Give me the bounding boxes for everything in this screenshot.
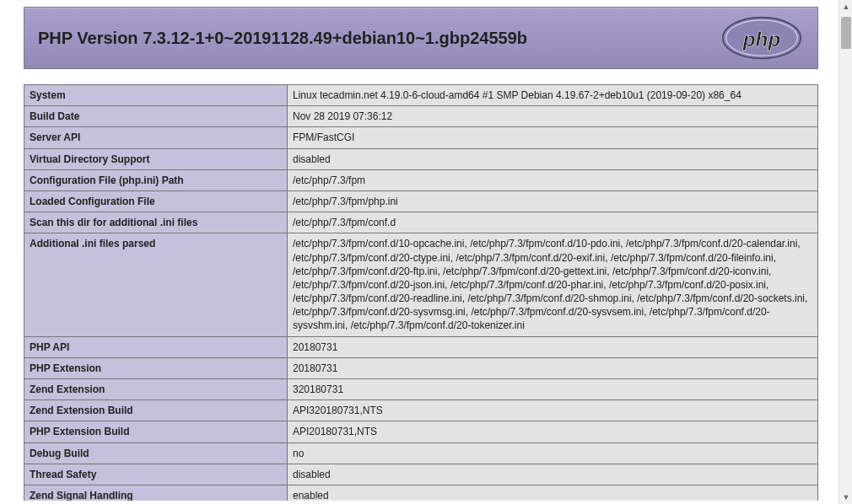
table-row: Thread Safetydisabled (24, 464, 818, 485)
table-row: Zend Signal Handlingenabled (24, 485, 818, 501)
table-row: PHP API20180731 (24, 336, 818, 357)
row-value: /etc/php/7.3/fpm/conf.d/10-opcache.ini, … (288, 233, 818, 336)
row-value: API320180731,NTS (288, 400, 818, 421)
browser-scrollbar[interactable]: ▲ ▼ (839, 0, 852, 504)
page-title: PHP Version 7.3.12-1+0~20191128.49+debia… (38, 29, 527, 48)
row-value: no (288, 442, 818, 464)
row-label: PHP Extension (24, 357, 288, 378)
row-value: FPM/FastCGI (288, 127, 818, 148)
row-value: disabled (288, 464, 818, 485)
row-label: Debug Build (24, 442, 288, 464)
scroll-down-icon[interactable]: ▼ (839, 491, 852, 504)
row-value: Linux tecadmin.net 4.19.0-6-cloud-amd64 … (288, 85, 818, 106)
row-value: disabled (288, 148, 818, 169)
content-wrap: PHP Version 7.3.12-1+0~20191128.49+debia… (3, 3, 839, 501)
row-value: /etc/php/7.3/fpm/conf.d (288, 212, 818, 233)
row-label: Server API (24, 127, 288, 148)
row-label: Virtual Directory Support (24, 148, 288, 169)
table-row: Loaded Configuration File/etc/php/7.3/fp… (24, 190, 818, 212)
row-value: Nov 28 2019 07:36:12 (288, 106, 818, 127)
row-label: Configuration File (php.ini) Path (24, 169, 288, 190)
row-value: 320180731 (288, 379, 818, 400)
phpinfo-header: PHP Version 7.3.12-1+0~20191128.49+debia… (24, 7, 818, 69)
row-label: System (24, 85, 288, 106)
table-row: Server APIFPM/FastCGI (24, 127, 818, 148)
row-label: Zend Signal Handling (24, 485, 288, 501)
row-label: PHP API (24, 336, 288, 357)
scrollbar-thumb[interactable] (841, 17, 851, 49)
table-row: Virtual Directory Supportdisabled (24, 148, 818, 169)
table-row: Debug Buildno (24, 442, 818, 464)
phpinfo-table-body: SystemLinux tecadmin.net 4.19.0-6-cloud-… (24, 85, 818, 501)
scroll-up-icon[interactable]: ▲ (839, 0, 852, 13)
row-value: /etc/php/7.3/fpm (288, 169, 818, 190)
table-row: PHP Extension BuildAPI20180731,NTS (24, 421, 818, 442)
row-value: 20180731 (288, 336, 818, 357)
row-label: Thread Safety (24, 464, 288, 485)
table-row: Scan this dir for additional .ini files/… (24, 212, 818, 233)
table-row: Configuration File (php.ini) Path/etc/ph… (24, 169, 818, 190)
row-value: enabled (288, 485, 818, 501)
row-label: Zend Extension (24, 379, 288, 400)
table-row: Build DateNov 28 2019 07:36:12 (24, 106, 818, 127)
table-row: Zend Extension BuildAPI320180731,NTS (24, 400, 818, 421)
svg-text:php: php (742, 28, 781, 51)
table-row: PHP Extension20180731 (24, 357, 818, 378)
row-value: 20180731 (288, 357, 818, 378)
row-label: PHP Extension Build (24, 421, 288, 442)
phpinfo-table: SystemLinux tecadmin.net 4.19.0-6-cloud-… (24, 84, 818, 501)
content-scroll-area[interactable]: PHP Version 7.3.12-1+0~20191128.49+debia… (3, 3, 839, 501)
table-row: Zend Extension320180731 (24, 379, 818, 400)
row-label: Scan this dir for additional .ini files (24, 212, 288, 233)
table-row: Additional .ini files parsed/etc/php/7.3… (24, 233, 818, 336)
row-value: /etc/php/7.3/fpm/php.ini (288, 190, 818, 212)
row-label: Zend Extension Build (24, 400, 288, 421)
table-row: SystemLinux tecadmin.net 4.19.0-6-cloud-… (24, 85, 818, 106)
php-logo-icon: php (720, 16, 804, 60)
row-label: Additional .ini files parsed (24, 233, 288, 336)
row-label: Loaded Configuration File (24, 190, 288, 212)
row-value: API20180731,NTS (288, 421, 818, 442)
row-label: Build Date (24, 106, 288, 127)
